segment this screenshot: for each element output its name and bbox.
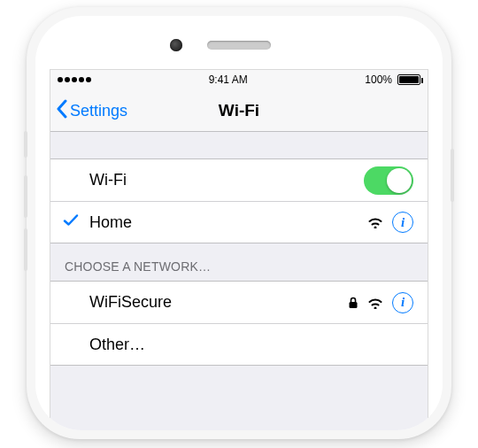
mute-switch [24, 131, 27, 158]
wifi-switch[interactable] [364, 166, 413, 195]
volume-up-button [24, 175, 27, 218]
back-button[interactable]: Settings [56, 89, 127, 132]
battery-percentage: 100% [365, 73, 392, 86]
wifi-toggle-row: Wi-Fi [50, 158, 428, 201]
connected-network-row[interactable]: Home i [50, 201, 428, 243]
other-label: Other… [89, 336, 413, 354]
earpiece-speaker [207, 41, 271, 50]
wifi-toggle-label: Wi-Fi [89, 171, 364, 189]
network-name: WiFiSecure [89, 293, 348, 312]
choose-network-header: CHOOSE A NETWORK… [50, 243, 428, 281]
info-button[interactable]: i [392, 292, 413, 313]
chevron-left-icon [56, 99, 68, 123]
power-button [451, 149, 454, 202]
checkmark-icon [63, 212, 79, 233]
nav-bar: Settings Wi-Fi [50, 89, 428, 132]
lock-icon [348, 297, 358, 309]
volume-down-button [24, 228, 27, 271]
back-label: Settings [70, 102, 127, 120]
battery-icon [397, 74, 420, 85]
status-time: 9:41 AM [209, 73, 248, 86]
screen: 9:41 AM 100% Settings [50, 69, 428, 430]
phone-frame: 9:41 AM 100% Settings [27, 7, 451, 439]
network-row[interactable]: WiFiSecure [50, 281, 428, 323]
page-title: Wi-Fi [219, 101, 259, 120]
wifi-signal-icon [367, 216, 383, 228]
wifi-signal-icon [367, 297, 383, 309]
info-button[interactable]: i [392, 212, 413, 233]
svg-rect-0 [350, 302, 358, 308]
connected-network-name: Home [89, 213, 367, 232]
front-camera [170, 39, 182, 51]
cellular-signal-icon [58, 77, 91, 82]
status-bar: 9:41 AM 100% [50, 70, 428, 89]
other-network-row[interactable]: Other… [50, 323, 428, 366]
